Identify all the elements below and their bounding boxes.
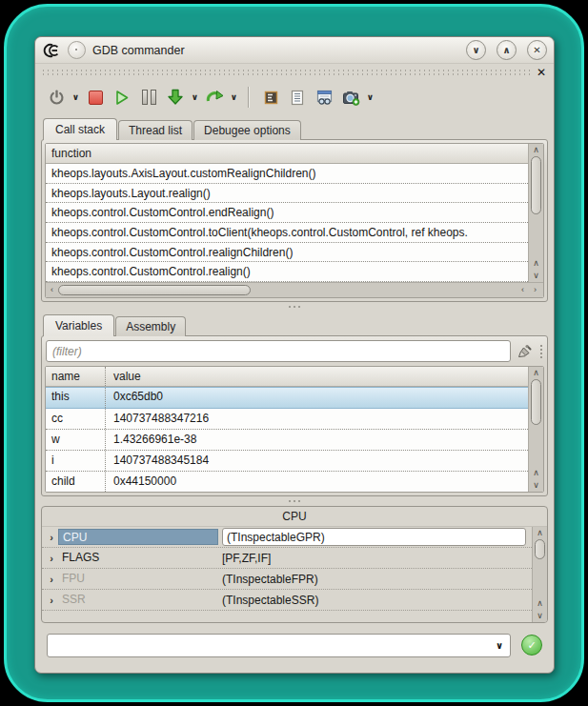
debug-toolbar: ∨ ∨ ∨ <box>35 79 554 115</box>
callstack-row[interactable]: kheops.control.CustomControl.endRealign(… <box>46 203 528 223</box>
scroll-down-icon[interactable]: ∨ <box>529 479 543 492</box>
callstack-row[interactable]: kheops.control.CustomControl.toClient(kh… <box>46 223 528 243</box>
column-header-name[interactable]: name <box>46 367 106 386</box>
register-row[interactable]: › FLAGS [PF,ZF,IF] <box>42 548 532 569</box>
scrollbar-thumb[interactable] <box>531 379 541 425</box>
tab-variables[interactable]: Variables <box>43 314 114 336</box>
step-down-arrow-icon <box>167 89 184 106</box>
callstack-row[interactable]: kheops.layouts.AxisLayout.customRealignC… <box>46 164 528 184</box>
expand-arrow-icon[interactable]: › <box>45 574 58 585</box>
variables-tab-bar: Variables Assembly <box>35 312 554 335</box>
register-name[interactable]: FPU <box>58 571 218 587</box>
scroll-up-icon[interactable]: ∧ <box>533 527 547 539</box>
snapshot-dropdown-icon[interactable]: ∨ <box>365 92 375 102</box>
register-name[interactable]: SSR <box>58 592 218 608</box>
scroll-down-icon[interactable]: ∨ <box>529 270 543 282</box>
stop-button[interactable] <box>83 85 108 110</box>
close-button[interactable]: ✕ <box>527 40 547 60</box>
step-over-button[interactable] <box>202 85 227 110</box>
snapshot-button[interactable] <box>338 85 363 110</box>
variable-row[interactable]: w 1.43266961e-38 <box>46 430 528 451</box>
variables-vertical-scrollbar[interactable]: ∧ ∧ ∨ <box>528 367 543 492</box>
tab-assembly[interactable]: Assembly <box>115 316 186 336</box>
register-value-input[interactable] <box>222 528 526 546</box>
scroll-up-icon[interactable]: ∧ <box>529 257 543 270</box>
scroll-down-icon[interactable]: ∨ <box>533 610 547 622</box>
window-menu-button[interactable] <box>68 41 86 59</box>
clear-filter-button[interactable] <box>517 343 534 360</box>
message-list-button[interactable] <box>285 85 310 110</box>
variable-row[interactable]: i 140737488345184 <box>46 451 528 472</box>
register-row[interactable]: › SSR (TInspectableSSR) <box>42 590 532 611</box>
grip-dots[interactable] <box>41 68 531 77</box>
scroll-right-icon[interactable]: › <box>529 283 541 297</box>
callstack-horizontal-scrollbar[interactable]: ‹ ‹ › <box>46 282 543 297</box>
variable-name: child <box>46 472 106 492</box>
variable-name: cc <box>46 409 106 429</box>
power-button[interactable] <box>44 85 69 110</box>
maximize-button[interactable]: ∧ <box>497 40 517 60</box>
tab-call-stack[interactable]: Call stack <box>43 118 117 140</box>
power-icon <box>49 90 65 106</box>
tab-debugee-options[interactable]: Debugee options <box>193 120 301 140</box>
variable-row[interactable]: this 0xc65db0 <box>46 387 528 409</box>
expand-arrow-icon[interactable]: › <box>45 595 58 606</box>
register-row[interactable]: › CPU <box>42 527 532 548</box>
filter-input[interactable] <box>46 340 511 362</box>
stack-tab-bar: Call stack Thread list Debugee options <box>35 115 554 139</box>
scrollbar-thumb[interactable] <box>58 285 251 295</box>
callstack-row[interactable]: kheops.control.CustomControl.realignChil… <box>46 243 528 263</box>
scrollbar-thumb[interactable] <box>535 539 545 559</box>
watch-window-button[interactable] <box>312 85 336 110</box>
step-button[interactable] <box>163 85 188 110</box>
step-dropdown-icon[interactable]: ∨ <box>190 92 200 102</box>
chevron-down-icon[interactable]: ∨ <box>496 640 503 651</box>
scroll-left-icon[interactable]: ‹ <box>517 283 529 297</box>
dock-grip[interactable]: ✕ <box>41 65 548 79</box>
cpu-view-button[interactable] <box>258 85 283 110</box>
pause-button[interactable] <box>136 85 161 110</box>
scroll-up-icon[interactable]: ∧ <box>529 467 543 479</box>
callstack-vertical-scrollbar[interactable]: ∧ ∧ ∨ <box>528 144 543 282</box>
cpu-vertical-scrollbar[interactable]: ∧ ∧ ∨ <box>532 527 547 622</box>
cpu-inspector: CPU › CPU › FLAGS [PF,ZF,IF] › FPU (TIns… <box>41 506 548 623</box>
titlebar[interactable]: GDB commander ∨ ∧ ✕ <box>35 37 554 64</box>
call-stack-list: function kheops.layouts.AxisLayout.custo… <box>45 143 544 298</box>
gdb-commander-window: GDB commander ∨ ∧ ✕ ✕ ∨ ∨ <box>34 36 555 674</box>
splitter-handle[interactable] <box>35 302 554 312</box>
dock-close-button[interactable]: ✕ <box>531 68 548 77</box>
power-dropdown-icon[interactable]: ∨ <box>71 92 81 102</box>
submit-command-button[interactable]: ✓ <box>521 635 542 656</box>
maximize-icon: ∧ <box>502 45 510 55</box>
scroll-up-icon[interactable]: ∧ <box>529 144 543 156</box>
app-logo-icon <box>42 43 61 58</box>
variable-row[interactable]: child 0x44150000 <box>46 472 528 492</box>
scrollbar-thumb[interactable] <box>531 156 541 214</box>
variable-name: i <box>46 451 106 471</box>
variable-value: 140737488347216 <box>106 409 528 429</box>
expand-arrow-icon[interactable]: › <box>45 532 58 543</box>
minimize-button[interactable]: ∨ <box>466 40 486 60</box>
callstack-column-header[interactable]: function <box>46 144 528 164</box>
callstack-row[interactable]: kheops.control.CustomControl.realign() <box>46 262 528 282</box>
expand-arrow-icon[interactable]: › <box>45 553 58 564</box>
scroll-left-icon[interactable]: ‹ <box>46 283 58 297</box>
scroll-up-icon[interactable]: ∧ <box>533 597 547 610</box>
panel-grip-dots[interactable] <box>539 344 543 359</box>
step-over-dropdown-icon[interactable]: ∨ <box>229 92 239 102</box>
register-name[interactable]: FLAGS <box>58 550 218 566</box>
pause-icon <box>142 90 156 105</box>
window-glasses-icon <box>315 90 334 106</box>
menu-dot-icon <box>75 49 77 50</box>
splitter-handle[interactable] <box>35 496 554 506</box>
register-name[interactable]: CPU <box>58 529 218 545</box>
register-row[interactable]: › FPU (TInspectableFPR) <box>42 569 532 590</box>
column-header-value[interactable]: value <box>106 367 528 386</box>
splitter-dots-icon <box>294 500 295 502</box>
variable-row[interactable]: cc 140737488347216 <box>46 409 528 430</box>
callstack-row[interactable]: kheops.layouts.Layout.realign() <box>46 184 528 204</box>
tab-thread-list[interactable]: Thread list <box>118 120 193 140</box>
scroll-up-icon[interactable]: ∧ <box>529 367 543 379</box>
command-combobox[interactable]: ∨ <box>47 634 511 657</box>
run-button[interactable] <box>110 85 134 110</box>
